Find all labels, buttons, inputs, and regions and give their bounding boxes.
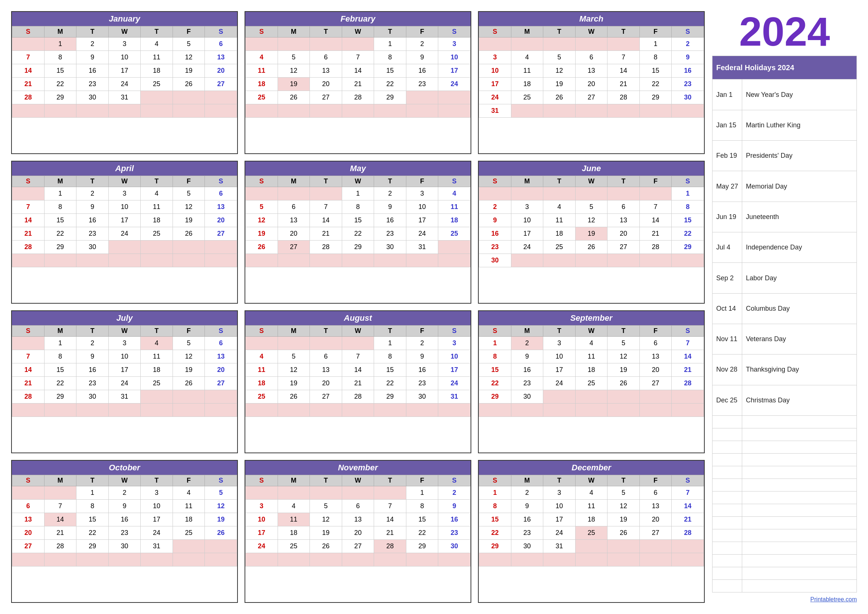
day-cell: 24 — [543, 377, 575, 390]
day-cell: 6 — [310, 51, 342, 64]
day-cell: 12 — [172, 350, 205, 363]
day-cell: 18 — [575, 363, 608, 377]
day-cell: 8 — [672, 200, 704, 214]
holidays-header: Federal Holidays 2024 — [713, 56, 857, 79]
empty-cell — [76, 104, 109, 118]
day-cell — [575, 104, 608, 118]
day-cell: 16 — [672, 64, 704, 78]
day-header: T — [310, 26, 342, 37]
day-cell: 15 — [374, 64, 406, 78]
day-header: S — [12, 26, 45, 37]
day-cell: 11 — [575, 350, 608, 363]
day-cell: 14 — [672, 350, 704, 363]
day-cell: 15 — [44, 64, 76, 78]
day-cell: 2 — [672, 37, 704, 51]
day-cell: 22 — [44, 227, 76, 240]
empty-cell — [438, 104, 471, 118]
empty-holiday-row — [713, 466, 742, 479]
day-cell: 16 — [406, 64, 438, 78]
day-header: F — [406, 475, 438, 486]
day-cell: 10 — [108, 51, 141, 64]
empty-cell — [141, 553, 173, 566]
day-header: T — [374, 326, 406, 337]
day-cell: 28 — [374, 540, 406, 553]
day-cell — [12, 337, 45, 350]
empty-cell — [310, 104, 342, 118]
day-cell: 11 — [438, 200, 471, 214]
day-cell: 9 — [672, 51, 704, 64]
day-cell: 13 — [575, 64, 608, 78]
day-cell: 5 — [172, 337, 205, 350]
day-cell: 21 — [672, 363, 704, 377]
day-cell: 23 — [511, 526, 543, 540]
day-cell: 18 — [141, 214, 173, 227]
empty-cell — [342, 553, 374, 566]
day-cell: 24 — [479, 91, 512, 104]
day-cell: 6 — [310, 350, 342, 363]
day-cell: 9 — [438, 500, 471, 513]
day-header: S — [438, 475, 471, 486]
empty-cell — [205, 553, 237, 566]
day-cell: 19 — [310, 526, 342, 540]
day-cell: 20 — [575, 78, 608, 91]
empty-cell — [76, 254, 109, 267]
day-cell: 8 — [479, 500, 512, 513]
day-cell: 10 — [438, 51, 471, 64]
day-cell — [543, 254, 575, 267]
day-cell: 9 — [479, 214, 512, 227]
day-cell: 5 — [172, 187, 205, 200]
empty-cell — [543, 553, 575, 566]
day-header: W — [575, 326, 608, 337]
day-cell: 13 — [608, 214, 640, 227]
day-header: W — [342, 26, 374, 37]
day-cell: 17 — [108, 64, 141, 78]
day-cell: 30 — [76, 240, 109, 254]
empty-cell — [108, 254, 141, 267]
day-cell: 29 — [374, 91, 406, 104]
day-cell: 5 — [172, 37, 205, 51]
day-cell: 4 — [438, 187, 471, 200]
day-header: T — [76, 176, 109, 187]
day-cell: 9 — [76, 51, 109, 64]
day-cell: 19 — [543, 78, 575, 91]
empty-holiday-row — [742, 466, 857, 479]
day-header: S — [438, 176, 471, 187]
empty-cell — [108, 104, 141, 118]
empty-holiday-row — [713, 504, 742, 517]
day-header: M — [511, 176, 543, 187]
day-cell: 25 — [277, 540, 310, 553]
day-cell — [639, 390, 672, 403]
holiday-date: Nov 11 — [713, 324, 742, 355]
day-cell: 8 — [342, 200, 374, 214]
day-cell: 10 — [543, 500, 575, 513]
day-cell: 3 — [108, 187, 141, 200]
day-cell: 10 — [246, 513, 278, 526]
cal-table: SMTWTFS123456789101112131415161718192021… — [12, 175, 237, 267]
day-cell: 12 — [543, 64, 575, 78]
day-cell: 1 — [479, 337, 512, 350]
day-cell — [608, 104, 640, 118]
footer-link[interactable]: Printabletree.com — [712, 596, 857, 603]
day-cell: 18 — [172, 513, 205, 526]
holiday-date: Sep 2 — [713, 263, 742, 293]
day-header: W — [108, 26, 141, 37]
day-cell: 10 — [438, 350, 471, 363]
day-header: S — [672, 326, 704, 337]
month-header: November — [245, 460, 471, 475]
holiday-date: Feb 19 — [713, 141, 742, 171]
day-cell: 15 — [479, 363, 512, 377]
day-cell: 19 — [277, 78, 310, 91]
empty-holiday-row — [742, 441, 857, 454]
day-cell: 12 — [277, 64, 310, 78]
month-january: JanuarySMTWTFS12345678910111213141516171… — [11, 11, 238, 154]
day-cell: 16 — [76, 214, 109, 227]
day-cell: 17 — [406, 214, 438, 227]
day-cell: 21 — [342, 78, 374, 91]
day-cell: 11 — [575, 500, 608, 513]
holiday-date: Jan 15 — [713, 110, 742, 140]
day-cell: 13 — [310, 64, 342, 78]
day-cell: 1 — [44, 187, 76, 200]
empty-cell — [479, 553, 512, 566]
day-header: M — [277, 475, 310, 486]
empty-cell — [310, 254, 342, 267]
